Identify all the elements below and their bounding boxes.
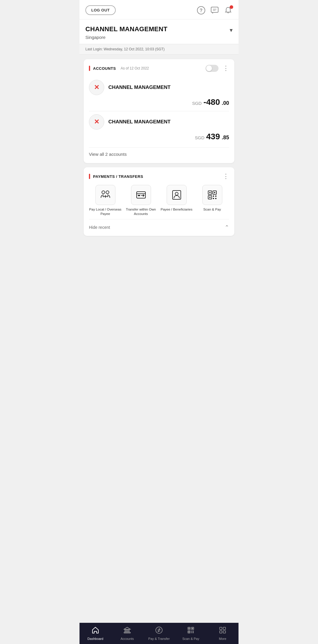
svg-rect-39 [220,631,222,633]
account-item-2[interactable]: ✕ CHANNEL MANAGEMENT SGD 439.85 [89,111,229,145]
nav-item-pay-transfer[interactable]: Pay & Transfer [143,623,175,644]
currency-2: SGD [195,135,205,140]
svg-rect-35 [191,632,192,633]
nav-label-pay-transfer: Pay & Transfer [148,637,170,640]
accounts-label: ACCOUNTS [93,66,116,71]
hide-recent-row[interactable]: Hide recent ⌃ [89,219,229,231]
svg-rect-20 [213,198,214,199]
svg-text:?: ? [200,8,203,13]
svg-rect-32 [188,631,190,633]
svg-rect-33 [191,631,192,632]
svg-rect-17 [209,197,211,198]
nav-label-scan-pay: Scan & Pay [182,637,199,640]
account-logo-2: ✕ [89,114,104,130]
accounts-menu-icon[interactable] [223,64,229,72]
accounts-card: ACCOUNTS As of 12 Oct 2022 ✕ CHANNEL MAN… [84,59,234,163]
payments-menu-icon[interactable] [223,173,229,180]
home-icon [92,626,99,636]
svg-rect-23 [125,630,126,632]
pay-local-overseas-item[interactable]: Pay Local / Overseas Payee [89,185,122,216]
pay-local-overseas-label: Pay Local / Overseas Payee [89,207,122,216]
notification-badge [230,5,233,9]
payments-accent-bar [89,174,90,179]
currency-1: SGD [192,101,202,106]
svg-rect-28 [188,628,190,629]
payments-label: PAYMENTS / TRANSFERS [93,174,143,179]
svg-rect-40 [223,631,226,633]
svg-rect-21 [215,198,216,199]
account-name-1: CHANNEL MANAGEMENT [108,85,170,90]
balance-decimal-1: .00 [222,100,229,106]
nav-item-scan-pay[interactable]: Scan & Pay [175,623,207,644]
account-info-section: CHANNEL MANAGEMENT Singapore ▾ [80,19,238,44]
account-logo-1: ✕ [89,80,104,95]
accounts-date: As of 12 Oct 2022 [121,66,149,70]
svg-rect-34 [193,631,194,632]
nav-label-accounts: Accounts [120,637,134,640]
svg-rect-36 [193,632,194,633]
svg-rect-24 [127,630,127,632]
transfer-icon [155,626,163,636]
help-circle-icon[interactable]: ? [197,6,206,15]
svg-point-26 [156,627,162,633]
nav-label-more: More [219,637,226,640]
main-content: ACCOUNTS As of 12 Oct 2022 ✕ CHANNEL MAN… [80,54,238,266]
header: LOG OUT ? [80,0,238,19]
transfer-own-accounts-item[interactable]: Transfer within Own Accounts [125,185,157,216]
qr-icon [187,626,195,636]
chat-icon[interactable] [210,6,219,15]
account-item[interactable]: ✕ CHANNEL MANAGEMENT SGD -480.00 [89,77,229,111]
scan-pay-item[interactable]: Scan & Pay [196,185,228,216]
account-balance-row-2: SGD 439.85 [89,132,229,141]
last-login-text: Last Login: Wednesday, 12 Oct 2022, 10:0… [85,47,165,51]
hide-recent-label[interactable]: Hide recent [89,225,110,230]
svg-point-5 [102,191,105,194]
account-name-2: CHANNEL MANAGEMENT [108,119,170,125]
balance-main-1: -480 [203,97,220,107]
svg-rect-9 [138,195,140,196]
transfer-own-icon-box [131,185,151,205]
svg-rect-7 [137,192,145,198]
svg-rect-30 [192,628,193,629]
svg-rect-25 [128,630,129,632]
svg-rect-13 [209,192,211,193]
nav-item-accounts[interactable]: Accounts [111,623,143,644]
account-subtitle: Singapore [85,35,168,40]
balance-main-2: 439 [206,132,220,141]
header-icons: ? [197,6,233,15]
payee-label: Payee / Beneficiaries [160,207,192,212]
account-balance-row-1: SGD -480.00 [89,97,229,107]
logout-button[interactable]: LOG OUT [85,5,116,15]
payments-grid: Pay Local / Overseas Payee Transfer with… [89,185,229,216]
svg-rect-15 [214,192,215,193]
balance-toggle[interactable] [206,65,218,72]
payments-card-header: PAYMENTS / TRANSFERS [89,173,229,180]
balance-decimal-2: .85 [222,135,229,141]
account-title: CHANNEL MANAGEMENT [85,25,168,33]
svg-rect-18 [213,196,214,197]
accent-bar [89,66,90,71]
transfer-own-label: Transfer within Own Accounts [125,207,157,216]
payee-icon-box [167,185,187,205]
nav-label-dashboard: Dashboard [87,637,103,640]
accounts-card-header: ACCOUNTS As of 12 Oct 2022 [89,64,229,72]
payments-card: PAYMENTS / TRANSFERS P [84,167,234,236]
svg-rect-38 [223,627,226,630]
view-all-accounts[interactable]: View all 2 accounts [89,148,229,158]
notification-icon[interactable] [224,6,233,15]
scan-pay-icon-box [202,185,222,205]
svg-rect-37 [220,627,222,630]
svg-point-11 [175,192,178,195]
nav-item-more[interactable]: More [207,623,238,644]
nav-item-dashboard[interactable]: Dashboard [80,623,111,644]
payee-beneficiaries-item[interactable]: Payee / Beneficiaries [160,185,193,216]
chevron-down-icon[interactable]: ▾ [230,27,233,34]
svg-point-6 [106,191,109,194]
bank-icon [123,626,131,636]
pay-local-overseas-icon-box [95,185,115,205]
scan-pay-label: Scan & Pay [203,207,221,212]
bottom-nav: Dashboard Accounts Pay & Transfer [80,623,238,644]
svg-rect-2 [211,7,218,12]
chevron-up-icon: ⌃ [225,224,229,231]
grid-icon [219,626,226,636]
